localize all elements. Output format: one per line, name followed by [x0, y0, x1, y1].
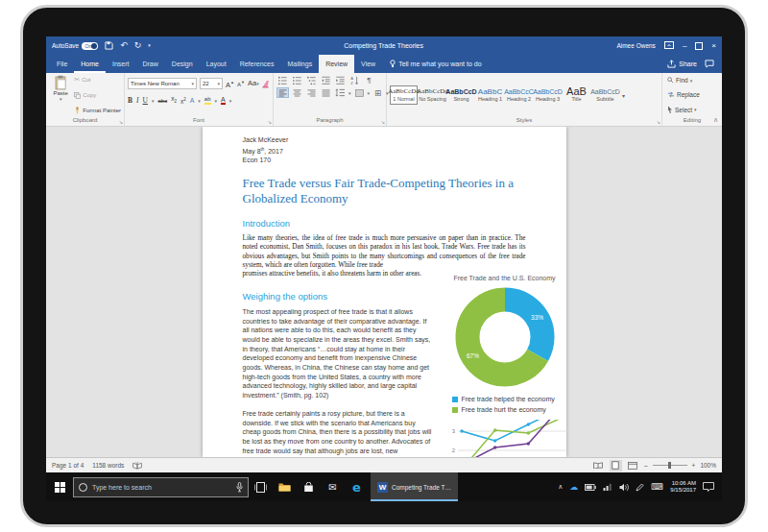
minimize-button[interactable]: –: [683, 42, 686, 50]
show-marks-button[interactable]: ¶: [363, 75, 375, 85]
style-heading-2[interactable]: AaBbCcC Heading 2: [505, 85, 533, 105]
paste-dropdown-caret[interactable]: ▾: [60, 96, 62, 102]
zoom-in-button[interactable]: +: [692, 462, 696, 469]
align-center-button[interactable]: [291, 87, 303, 98]
subscript-button[interactable]: x2: [171, 94, 177, 107]
style-normal[interactable]: AaBbCcDd 1 Normal: [390, 85, 418, 105]
taskbar-word-button[interactable]: W Competing Trade T…: [371, 472, 458, 501]
paste-button[interactable]: Paste ▾: [49, 75, 72, 115]
numbering-button[interactable]: [291, 75, 303, 85]
read-mode-button[interactable]: [592, 460, 605, 472]
file-explorer-button[interactable]: [273, 472, 297, 501]
mail-button[interactable]: ✉: [321, 472, 345, 501]
tab-insert[interactable]: Insert: [106, 55, 136, 73]
paragraph-dialog-launcher[interactable]: ↘: [381, 120, 385, 125]
onedrive-cloud-icon[interactable]: ☁: [569, 482, 578, 492]
restore-button[interactable]: [695, 42, 703, 50]
text-effects-button[interactable]: A: [190, 96, 195, 106]
tell-me-box[interactable]: Tell me what you want to do: [390, 55, 481, 73]
font-name-combobox[interactable]: Times New Roman▾: [128, 78, 197, 89]
collapse-ribbon-icon[interactable]: ∧: [713, 116, 718, 124]
zoom-slider-knob[interactable]: [668, 462, 671, 469]
underline-caret[interactable]: ▾: [152, 98, 155, 104]
bold-button[interactable]: B: [128, 96, 132, 106]
font-color-button[interactable]: A: [221, 96, 226, 105]
tab-view[interactable]: View: [354, 55, 382, 73]
save-icon[interactable]: [105, 41, 113, 51]
tab-references[interactable]: References: [233, 55, 281, 73]
style-strong[interactable]: AaBbCcD Strong: [447, 85, 475, 105]
align-right-button[interactable]: [305, 87, 318, 98]
document-page[interactable]: Jack McKeever May 8th, 2017 Econ 170 Fre…: [203, 127, 566, 457]
tab-draw[interactable]: Draw: [135, 55, 164, 73]
replace-button[interactable]: Replace: [667, 91, 700, 98]
word-count[interactable]: 1158 words: [92, 462, 124, 469]
ribbon-display-options-icon[interactable]: [664, 41, 674, 50]
undo-icon[interactable]: ↶: [120, 41, 128, 50]
battery-icon[interactable]: [585, 484, 596, 491]
style-heading-1[interactable]: AaBbC Heading 1: [476, 85, 504, 105]
align-left-button[interactable]: [276, 87, 289, 98]
tab-home[interactable]: Home: [74, 55, 106, 73]
microphone-icon[interactable]: [236, 482, 243, 493]
tab-file[interactable]: File: [50, 55, 74, 73]
style-subtitle[interactable]: AaBbCcD Subtitle: [591, 85, 619, 105]
start-button[interactable]: [46, 472, 73, 501]
tab-mailings[interactable]: Mailings: [280, 55, 319, 73]
style-no-spacing[interactable]: AaBbCcDd No Spacing: [419, 85, 446, 105]
zoom-slider[interactable]: [653, 465, 687, 466]
zoom-out-button[interactable]: –: [644, 462, 648, 469]
taskbar-clock[interactable]: 10:06 AM 9/15/2017: [670, 480, 696, 494]
print-layout-button[interactable]: [610, 460, 622, 472]
comments-icon[interactable]: [705, 60, 714, 68]
network-icon[interactable]: [603, 483, 612, 491]
web-layout-button[interactable]: [627, 460, 639, 472]
user-name[interactable]: Aimee Owens: [616, 42, 655, 49]
line-spacing-button[interactable]: [334, 87, 347, 98]
sort-button[interactable]: AZ: [348, 75, 361, 85]
bullets-button[interactable]: [276, 75, 289, 85]
strikethrough-button[interactable]: abc: [157, 96, 167, 106]
tray-overflow-chevron-icon[interactable]: ∧: [558, 482, 563, 492]
font-dialog-launcher[interactable]: ↘: [268, 120, 272, 125]
underline-button[interactable]: U: [143, 96, 148, 106]
touch-keyboard-icon[interactable]: ⌨: [651, 482, 663, 492]
line-chart[interactable]: 123: [446, 420, 567, 457]
grow-font-button[interactable]: A▲: [226, 78, 234, 90]
redo-icon[interactable]: ↻: [134, 41, 142, 50]
decrease-indent-button[interactable]: [320, 75, 332, 85]
edge-button[interactable]: e: [345, 472, 369, 501]
change-case-button[interactable]: Aa▾: [248, 79, 259, 88]
justify-button[interactable]: [320, 87, 332, 98]
action-center-icon[interactable]: [703, 482, 714, 492]
tab-layout[interactable]: Layout: [200, 55, 233, 73]
increase-indent-button[interactable]: [334, 75, 347, 85]
copy-button[interactable]: Copy: [74, 92, 121, 99]
styles-dialog-launcher[interactable]: ↘: [657, 120, 660, 125]
highlight-button[interactable]: ab: [204, 96, 211, 105]
format-painter-button[interactable]: Format Painter: [74, 107, 121, 114]
proofing-errors-icon[interactable]: [132, 462, 142, 470]
shading-button[interactable]: [353, 87, 366, 98]
zoom-level[interactable]: 100%: [700, 462, 716, 469]
autosave-toggle[interactable]: AutoSave On: [52, 42, 98, 50]
cut-button[interactable]: ✂ Cut: [74, 76, 121, 84]
share-button[interactable]: Share: [667, 60, 697, 68]
italic-button[interactable]: I: [136, 96, 139, 106]
style-title[interactable]: AaB Title: [563, 85, 590, 105]
task-view-button[interactable]: [249, 472, 273, 501]
taskbar-search-input[interactable]: Type here to search: [73, 477, 249, 497]
doughnut-chart[interactable]: 33%67%: [455, 287, 555, 387]
page-indicator[interactable]: Page 1 of 4: [52, 462, 84, 469]
superscript-button[interactable]: x2: [180, 95, 186, 107]
clear-formatting-icon[interactable]: [262, 75, 271, 92]
font-size-combobox[interactable]: 22▾: [200, 78, 223, 89]
style-heading-3[interactable]: AaBbCcD Heading 3: [534, 85, 562, 105]
select-button[interactable]: Select▾: [667, 106, 700, 113]
speaker-icon[interactable]: [619, 483, 629, 492]
tab-design[interactable]: Design: [165, 55, 200, 73]
clipboard-dialog-launcher[interactable]: ↘: [119, 120, 123, 125]
borders-button[interactable]: ⊞: [372, 87, 384, 98]
tab-review[interactable]: Review: [319, 55, 354, 73]
multilevel-list-button[interactable]: [305, 75, 318, 85]
